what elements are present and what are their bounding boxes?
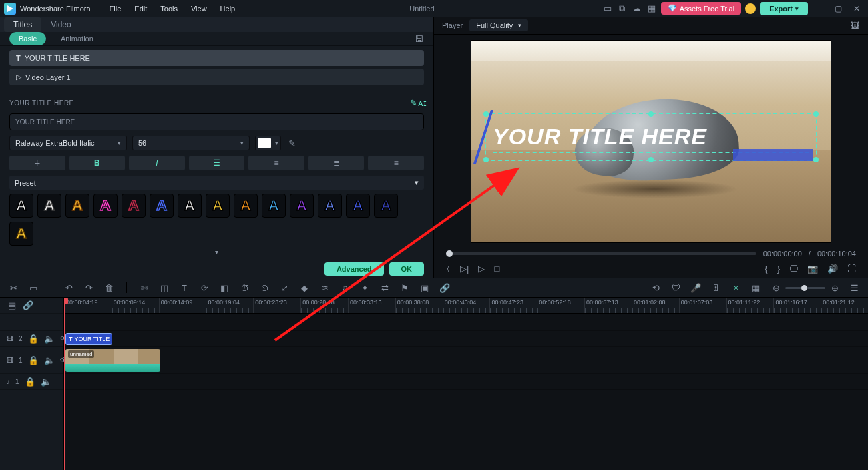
filters-icon[interactable]: ≋ <box>319 282 330 293</box>
stop-button[interactable]: □ <box>494 264 499 274</box>
export-button[interactable]: Export ▾ <box>760 2 808 15</box>
keyframe-icon[interactable]: ◆ <box>299 282 310 293</box>
time-ruler[interactable]: 00:00:04:1900:00:09:1400:00:14:0900:00:1… <box>64 298 868 314</box>
title-overlay-bbox[interactable]: YOUR TITLE HERE <box>485 113 817 161</box>
auto-ripple-icon[interactable]: ⟲ <box>650 282 661 293</box>
resize-handle[interactable] <box>813 111 819 117</box>
color-tool-icon[interactable]: ◧ <box>219 282 230 293</box>
lock-icon[interactable]: 🔒 <box>28 355 39 366</box>
menu-file[interactable]: File <box>103 3 128 15</box>
gutter-track-t1[interactable]: 🎞 1 🔒 🔈 👁 <box>0 347 63 374</box>
mark-out-icon[interactable]: } <box>777 264 780 274</box>
text-preset[interactable]: A <box>374 194 398 218</box>
mute-icon[interactable]: 🔈 <box>44 355 55 366</box>
tracks-panel-icon[interactable]: ▤ <box>7 300 17 311</box>
align-justify-button[interactable]: ≡ <box>368 156 424 170</box>
zoom-control[interactable]: ⊖ ⊕ <box>771 282 840 293</box>
volume-icon[interactable]: 🔊 <box>827 264 838 274</box>
record-icon[interactable]: ⧉ <box>617 3 628 14</box>
zoom-in-icon[interactable]: ⊕ <box>829 282 840 293</box>
prev-frame-button[interactable]: ⦉ <box>446 264 451 274</box>
undo-icon[interactable]: ↶ <box>63 282 74 293</box>
text-preset[interactable]: A <box>290 194 314 218</box>
menu-edit[interactable]: Edit <box>128 3 154 15</box>
play-button[interactable]: ▷ <box>478 264 485 274</box>
transition-icon[interactable]: ⇄ <box>379 282 390 293</box>
text-tool-icon[interactable]: T <box>179 282 190 293</box>
tab-video[interactable]: Video <box>41 17 80 32</box>
assets-trial-button[interactable]: 💎 Assets Free Trial <box>661 2 742 15</box>
track-t2[interactable]: T YOUR TITLE HE... <box>64 331 868 347</box>
window-minimize[interactable]: — <box>812 1 827 16</box>
layer-video[interactable]: ▷ Video Layer 1 <box>9 69 424 85</box>
apps-icon[interactable]: ▦ <box>646 3 657 14</box>
preview-canvas[interactable]: YOUR TITLE HERE <box>471 40 831 243</box>
credits-icon[interactable] <box>745 3 756 14</box>
mute-icon[interactable]: 🔈 <box>44 334 55 344</box>
subtab-animation[interactable]: Animation <box>51 32 103 45</box>
render-icon[interactable]: ▦ <box>750 282 761 293</box>
magnet-icon[interactable]: ✳ <box>730 282 741 293</box>
save-preset-icon[interactable]: 🖫 <box>413 33 424 44</box>
group-icon[interactable]: ▣ <box>419 282 430 293</box>
link-icon[interactable]: 🔗 <box>439 282 450 293</box>
resize-handle[interactable] <box>483 157 489 162</box>
mute-icon[interactable]: 🔈 <box>41 377 51 387</box>
text-preset[interactable]: A <box>318 194 342 218</box>
text-preset[interactable]: A <box>65 194 89 218</box>
text-preset[interactable]: A <box>206 194 230 218</box>
font-family-select[interactable]: Raleway ExtraBold Italic▾ <box>9 136 127 150</box>
player-quality-select[interactable]: Full Quality ▾ <box>469 19 528 31</box>
resize-handle[interactable] <box>813 157 819 162</box>
speed-ramp-icon[interactable]: ⏲ <box>259 282 270 293</box>
zoom-slider[interactable] <box>785 287 825 289</box>
title-clip[interactable]: T YOUR TITLE HE... <box>65 333 112 345</box>
track-a1[interactable] <box>64 374 868 390</box>
ai-edit-icon[interactable]: ✎ᴀɪ <box>413 97 424 108</box>
text-preset[interactable]: A <box>346 194 370 218</box>
lock-icon[interactable]: 🔒 <box>25 377 35 387</box>
audio-tool-icon[interactable]: ♫ <box>339 282 350 293</box>
italic-button[interactable]: I <box>129 156 185 170</box>
preview-scrubber[interactable] <box>446 252 756 255</box>
cut-icon[interactable]: ✄ <box>139 282 150 293</box>
window-close[interactable]: ✕ <box>849 1 864 16</box>
menu-help[interactable]: Help <box>214 3 242 15</box>
text-preset[interactable]: A <box>93 194 118 218</box>
layer-title[interactable]: T YOUR TITLE HERE <box>9 50 424 66</box>
menu-view[interactable]: View <box>184 3 214 15</box>
text-preset[interactable]: A <box>9 222 33 246</box>
align-left-button[interactable]: ☰ <box>189 156 245 170</box>
expand-icon[interactable]: ⤢ <box>279 282 290 293</box>
text-preset[interactable]: A <box>262 194 286 218</box>
step-back-button[interactable]: ▷| <box>460 264 469 274</box>
delete-icon[interactable]: 🗑 <box>103 282 114 293</box>
resize-handle[interactable] <box>648 157 654 162</box>
resize-handle[interactable] <box>483 111 489 117</box>
gutter-track-t2[interactable]: 🎞 2 🔒 🔈 👁 <box>0 331 63 347</box>
marker-icon[interactable]: ⚑ <box>399 282 410 293</box>
text-preset[interactable]: A <box>234 194 258 218</box>
track-area[interactable]: 00:00:04:1900:00:09:1400:00:14:0900:00:1… <box>64 298 868 470</box>
playhead[interactable] <box>64 298 65 470</box>
pointer-tool-icon[interactable]: ▭ <box>28 282 39 293</box>
window-maximize[interactable]: ▢ <box>831 1 845 16</box>
timeline-options-icon[interactable]: ☰ <box>849 282 860 293</box>
display-icon[interactable]: 🖵 <box>789 264 798 274</box>
tab-titles[interactable]: Titles <box>4 17 41 32</box>
zoom-out-icon[interactable]: ⊖ <box>771 282 781 293</box>
fullscreen-icon[interactable]: ⛶ <box>847 264 856 274</box>
align-right-button[interactable]: ≣ <box>308 156 365 170</box>
camera-icon[interactable]: 📷 <box>807 264 818 274</box>
snapshot-icon[interactable]: 🖼 <box>849 20 860 31</box>
text-preset[interactable]: A <box>9 194 33 218</box>
text-preset[interactable]: A <box>150 194 174 218</box>
resize-handle[interactable] <box>648 111 654 117</box>
effects-icon[interactable]: ✦ <box>359 282 370 293</box>
cloud-icon[interactable]: ☁ <box>632 3 642 14</box>
gutter-track-a1[interactable]: ♪ 1 🔒 🔈 <box>0 374 63 390</box>
lock-icon[interactable]: 🔒 <box>28 334 39 344</box>
redo-icon[interactable]: ↷ <box>83 282 94 293</box>
align-center-button[interactable]: ≡ <box>248 156 304 170</box>
track-t1[interactable]: unnamed <box>64 347 868 374</box>
